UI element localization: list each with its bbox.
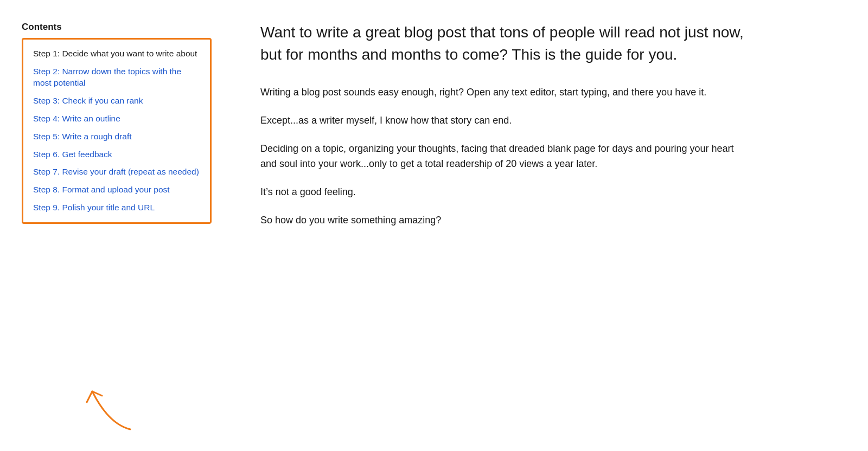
body-paragraph-4: It’s not a good feeling. [260, 185, 749, 200]
body-paragraph-2: Except...as a writer myself, I know how … [260, 113, 749, 128]
toc-item-step7[interactable]: Step 7. Revise your draft (repeat as nee… [33, 166, 200, 178]
intro-paragraph: Want to write a great blog post that ton… [260, 22, 749, 66]
toc-item-step2[interactable]: Step 2: Narrow down the topics with the … [33, 66, 200, 89]
contents-heading: Contents [22, 22, 212, 33]
body-paragraph-5: So how do you write something amazing? [260, 213, 749, 228]
body-paragraph-1: Writing a blog post sounds easy enough, … [260, 85, 749, 100]
toc-item-step1[interactable]: Step 1: Decide what you want to write ab… [33, 48, 200, 60]
toc-item-step6[interactable]: Step 6. Get feedback [33, 149, 200, 160]
toc-item-step5[interactable]: Step 5: Write a rough draft [33, 131, 200, 143]
toc-item-step8[interactable]: Step 8. Format and upload your post [33, 184, 200, 196]
toc-item-step3[interactable]: Step 3: Check if you can rank [33, 95, 200, 107]
arrow-annotation [81, 375, 146, 435]
body-paragraph-3: Deciding on a topic, organizing your tho… [260, 141, 749, 172]
table-of-contents: Step 1: Decide what you want to write ab… [22, 38, 212, 224]
toc-item-step9[interactable]: Step 9. Polish your title and URL [33, 202, 200, 214]
toc-item-step4[interactable]: Step 4: Write an outline [33, 113, 200, 125]
right-panel: Want to write a great blog post that ton… [228, 0, 868, 451]
left-panel: Contents Step 1: Decide what you want to… [0, 0, 228, 451]
